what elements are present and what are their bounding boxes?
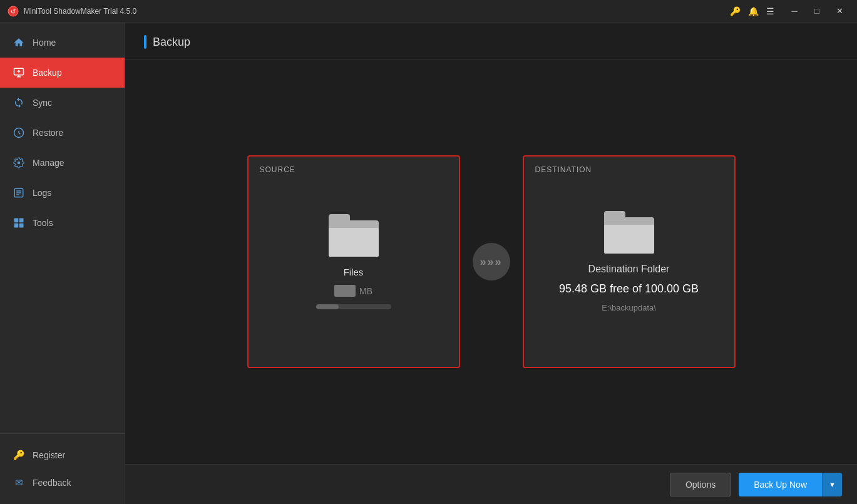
svg-rect-12 <box>19 224 24 228</box>
logs-icon <box>13 187 25 199</box>
app-icon: ↺ <box>8 6 19 17</box>
arrow-divider: »»» <box>473 243 510 280</box>
sidebar-item-backup[interactable]: Backup <box>0 58 125 88</box>
dest-label: DESTINATION <box>535 165 592 174</box>
backup-area: SOURCE Files MB <box>125 59 857 464</box>
dropdown-arrow-icon: ▼ <box>829 481 836 488</box>
sidebar: Home Backup Sync <box>0 23 125 504</box>
source-size-bar <box>316 304 391 309</box>
destination-card[interactable]: DESTINATION Destination Folder 95.48 GB … <box>523 155 736 368</box>
manage-icon <box>13 157 25 169</box>
backup-icon <box>13 66 25 79</box>
footer: Options Back Up Now ▼ <box>125 464 857 504</box>
notification-icon[interactable]: 🔔 <box>748 6 759 16</box>
minimize-button[interactable]: ─ <box>784 4 804 19</box>
svg-text:↺: ↺ <box>11 8 16 15</box>
source-size-bar-fill <box>316 304 339 309</box>
backup-now-dropdown-button[interactable]: ▼ <box>822 473 842 496</box>
arrow-symbol: »»» <box>480 255 502 269</box>
backup-now-group: Back Up Now ▼ <box>739 473 842 496</box>
dest-free-space: 95.48 GB free of 100.00 GB <box>559 282 699 296</box>
nav-items: Home Backup Sync <box>0 23 125 433</box>
sidebar-item-manage[interactable]: Manage <box>0 148 125 178</box>
source-size-value <box>334 285 356 297</box>
source-size-unit: MB <box>359 286 372 296</box>
dest-folder-icon <box>604 211 654 254</box>
window-controls: ─ □ ✕ <box>784 4 849 19</box>
sidebar-item-restore[interactable]: Restore <box>0 118 125 148</box>
sidebar-label-backup: Backup <box>33 68 62 78</box>
close-button[interactable]: ✕ <box>829 4 849 19</box>
sidebar-item-register[interactable]: 🔑 Register <box>0 441 125 469</box>
home-icon <box>13 36 25 49</box>
sidebar-label-feedback: Feedback <box>33 478 71 488</box>
title-bar: ↺ MiniTool ShadowMaker Trial 4.5.0 🔑 🔔 ☰… <box>0 0 857 23</box>
sidebar-item-logs[interactable]: Logs <box>0 178 125 208</box>
sidebar-label-register: Register <box>33 450 65 460</box>
key-icon[interactable]: 🔑 <box>730 6 741 16</box>
page-header: Backup <box>125 23 857 59</box>
app-body: Home Backup Sync <box>0 23 857 504</box>
source-folder-icon <box>329 214 379 257</box>
sidebar-item-feedback[interactable]: ✉ Feedback <box>0 469 125 496</box>
sidebar-label-restore: Restore <box>33 128 63 138</box>
svg-point-4 <box>18 162 21 165</box>
source-name: Files <box>344 267 364 277</box>
title-bar-utility-icons: 🔑 🔔 ☰ <box>730 6 774 16</box>
svg-rect-9 <box>14 219 19 223</box>
svg-rect-10 <box>19 219 24 223</box>
maximize-button[interactable]: □ <box>807 4 827 19</box>
register-key-icon: 🔑 <box>13 449 25 461</box>
content-area: Backup SOURCE Files MB <box>125 23 857 504</box>
hamburger-icon[interactable]: ☰ <box>766 6 774 16</box>
sidebar-label-sync: Sync <box>33 98 52 108</box>
sync-icon <box>13 96 25 109</box>
source-card[interactable]: SOURCE Files MB <box>247 155 460 368</box>
dest-name: Destination Folder <box>588 264 670 275</box>
page-title: Backup <box>153 36 190 49</box>
sidebar-item-home[interactable]: Home <box>0 28 125 58</box>
options-button[interactable]: Options <box>670 473 731 496</box>
backup-now-button[interactable]: Back Up Now <box>739 473 822 496</box>
tools-icon <box>13 217 25 229</box>
sidebar-label-tools: Tools <box>33 218 53 228</box>
feedback-mail-icon: ✉ <box>13 476 25 489</box>
sidebar-label-home: Home <box>33 38 56 48</box>
restore-icon <box>13 126 25 139</box>
dest-path: E:\backupdata\ <box>602 303 656 312</box>
sidebar-item-sync[interactable]: Sync <box>0 88 125 118</box>
sidebar-label-manage: Manage <box>33 158 64 168</box>
header-accent <box>144 35 146 49</box>
sidebar-bottom: 🔑 Register ✉ Feedback <box>0 433 125 504</box>
source-size: MB <box>334 285 372 297</box>
sidebar-label-logs: Logs <box>33 188 51 198</box>
sidebar-item-tools[interactable]: Tools <box>0 208 125 238</box>
app-title: MiniTool ShadowMaker Trial 4.5.0 <box>24 7 730 16</box>
svg-rect-11 <box>14 224 19 228</box>
source-label: SOURCE <box>260 165 295 174</box>
